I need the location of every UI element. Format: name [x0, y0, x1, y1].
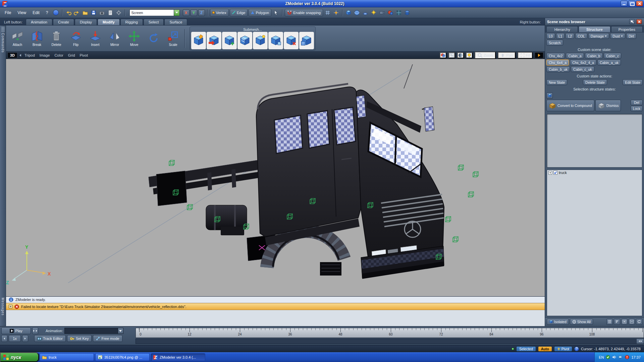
- state-chs-4x2-button[interactable]: Chs_4x2: [546, 53, 565, 59]
- texture-view-button[interactable]: [440, 52, 446, 58]
- select-mode-button[interactable]: [272, 9, 280, 16]
- lock-button[interactable]: Lock: [631, 106, 643, 111]
- isolated-button[interactable]: Isolated: [547, 319, 569, 325]
- convert-to-compound-button[interactable]: Convert to Compound: [546, 100, 594, 111]
- submesh-tool-1-button[interactable]: [191, 32, 206, 49]
- snap-vertex-button[interactable]: [332, 9, 340, 16]
- update-tray-icon[interactable]: [625, 355, 629, 359]
- close-panel-button[interactable]: [636, 19, 642, 24]
- break-tool-button[interactable]: Break: [28, 27, 46, 50]
- combobox-dropdown-button[interactable]: [174, 10, 179, 16]
- set-key-button[interactable]: Set Key: [67, 335, 92, 342]
- delete-state-button[interactable]: Delete State: [583, 79, 607, 85]
- checkbox-checked-icon[interactable]: [553, 171, 557, 175]
- security-tray-icon[interactable]: [606, 355, 610, 359]
- options-button[interactable]: [115, 9, 122, 16]
- view-mode-button[interactable]: 3D: [7, 52, 17, 58]
- expander-plus-icon[interactable]: [9, 305, 12, 308]
- axis-y-toggle[interactable]: Y: [191, 9, 197, 16]
- insert-tool-button[interactable]: Insert: [86, 27, 105, 50]
- taskbar-window-zmodeler[interactable]: ZModeler ver 3.0.4 (...: [151, 353, 205, 361]
- state-cabin-c-button[interactable]: Cabin_c: [604, 53, 622, 59]
- message-row-info[interactable]: ZModeler is ready.: [6, 297, 545, 303]
- screenshot-button[interactable]: [98, 9, 106, 16]
- timeline-ruler[interactable]: 0 12 24 36 48 60 72 84 96 108: [136, 328, 644, 338]
- save-file-button[interactable]: [90, 9, 97, 16]
- auto-badge[interactable]: Auto: [538, 346, 552, 352]
- minimize-button[interactable]: [621, 1, 628, 6]
- lod-col-button[interactable]: COL: [575, 33, 587, 39]
- tab-surface[interactable]: Surface: [164, 19, 187, 25]
- expander-plus-icon[interactable]: [548, 171, 552, 175]
- tab-modify[interactable]: Modify: [98, 19, 119, 25]
- tool-button-1[interactable]: [345, 9, 352, 16]
- tree-item-truck[interactable]: truck: [547, 170, 642, 175]
- wireframe-view-button[interactable]: [448, 52, 455, 58]
- open-file-button[interactable]: [82, 9, 89, 16]
- list-view-button[interactable]: [606, 319, 613, 325]
- screen-combobox[interactable]: Screen: [129, 9, 180, 16]
- submesh-tool-6-button[interactable]: [268, 32, 283, 49]
- lod-l0-button[interactable]: L0: [546, 33, 555, 39]
- message-row-error[interactable]: Failed to locate texture "D:\Euro Truck …: [6, 303, 545, 310]
- start-button[interactable]: пуск: [0, 352, 39, 362]
- flip-tool-button[interactable]: Flip: [66, 27, 85, 50]
- state-cabin-a-button[interactable]: Cabin_a: [566, 53, 584, 59]
- dismiss-button[interactable]: Dismiss: [595, 100, 621, 111]
- tab-structure[interactable]: Structure: [579, 26, 610, 32]
- chevron-left-icon[interactable]: [19, 54, 21, 57]
- messages-dock-strip[interactable]: Messages: [0, 296, 6, 326]
- color-toggle[interactable]: Color: [53, 53, 64, 57]
- lod-damage-button[interactable]: Damage: [588, 33, 609, 39]
- timeline-track-strip[interactable]: [136, 339, 644, 344]
- mirror-tool-button[interactable]: Mirror: [105, 27, 124, 50]
- lod-scratch-button[interactable]: Scratch: [546, 40, 563, 46]
- attach-tool-button[interactable]: Attach: [8, 27, 27, 50]
- pivot-badge[interactable]: Pivot: [554, 346, 572, 352]
- play-button[interactable]: Play: [1, 327, 31, 334]
- taskbar-window-truck[interactable]: truck: [40, 353, 94, 361]
- speed-button[interactable]: 1x: [9, 335, 21, 342]
- tab-hierarchy[interactable]: Hierarchy: [546, 26, 578, 32]
- pin-panel-button[interactable]: [629, 19, 635, 24]
- state-cabin-c-uk-button[interactable]: Cabin_c_uk: [571, 66, 594, 72]
- state-cabin-b-uk-button[interactable]: Cabin_b_uk: [546, 66, 570, 72]
- viewport-3d[interactable]: Y X Z: [6, 59, 545, 296]
- tab-select[interactable]: Select: [144, 19, 164, 25]
- enable-snapping-toggle[interactable]: Enable snapping: [285, 9, 323, 16]
- image-toggle[interactable]: Image: [38, 53, 51, 57]
- clock[interactable]: 17:37: [631, 355, 641, 359]
- selected-badge[interactable]: Selected: [516, 346, 536, 352]
- tool-button-2[interactable]: [353, 9, 361, 16]
- state-cabin-b-button[interactable]: Cabin_b: [585, 53, 603, 59]
- show-all-button[interactable]: Show All: [570, 319, 593, 325]
- state-chs-6x2-4-a-button[interactable]: Chs_6x2_4_a: [570, 60, 596, 65]
- sort-button[interactable]: [614, 319, 620, 325]
- menu-edit[interactable]: Edit: [30, 9, 42, 16]
- tab-properties[interactable]: Properties: [611, 26, 643, 32]
- state-chs-6x4-a-button[interactable]: Chs_6x4_a: [546, 60, 569, 65]
- lod-dirt-button[interactable]: Dirt: [626, 33, 636, 39]
- zoom-button[interactable]: Zoom: [475, 52, 496, 59]
- tab-rigging[interactable]: Rigging: [120, 19, 143, 25]
- taskbar-window-image[interactable]: 3511fc007fc4.png @ ...: [95, 353, 150, 361]
- tripod-toggle[interactable]: Tripod: [23, 53, 36, 57]
- selection-state-button[interactable]: [546, 93, 553, 99]
- submesh-tool-2-button[interactable]: [207, 32, 221, 49]
- collapse-all-button[interactable]: [629, 319, 635, 325]
- shaded-view-button[interactable]: [457, 52, 464, 58]
- grid-toggle[interactable]: Grid: [67, 53, 76, 57]
- tool-button-7[interactable]: [395, 9, 402, 16]
- redo-button[interactable]: [73, 9, 80, 16]
- submesh-tool-4-button[interactable]: [237, 32, 252, 49]
- edit-state-button[interactable]: Edit State: [623, 79, 643, 85]
- animation-combobox[interactable]: [64, 328, 123, 334]
- axis-x-toggle[interactable]: X: [183, 9, 190, 16]
- scale-tool-button[interactable]: Scale: [164, 27, 182, 50]
- del-button[interactable]: Del: [631, 100, 643, 105]
- play-options-button[interactable]: [32, 327, 38, 334]
- submesh-tool-3-button[interactable]: [222, 32, 237, 49]
- submesh-tool-8-button[interactable]: [299, 32, 314, 49]
- pivot-toggle[interactable]: Pivot: [78, 53, 89, 57]
- commands-dock-strip[interactable]: Commands: [0, 25, 6, 296]
